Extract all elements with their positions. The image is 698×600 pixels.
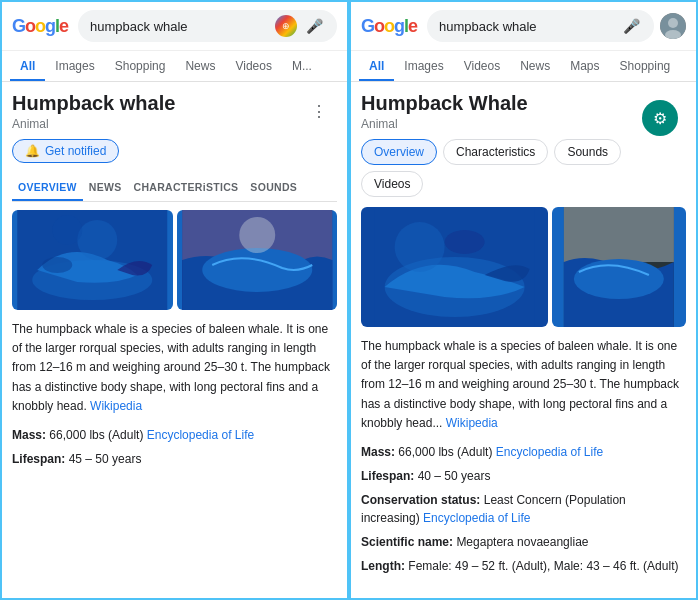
left-wiki-link[interactable]: Wikipedia — [90, 399, 142, 413]
right-search-input-wrap[interactable]: humpback whale 🎤 — [427, 10, 654, 42]
right-fact-lifespan-value: 40 – 50 years — [418, 469, 491, 483]
left-fact-lifespan: Lifespan: 45 – 50 years — [12, 450, 337, 468]
left-tab-shopping[interactable]: Shopping — [105, 51, 176, 81]
left-fact-lifespan-label: Lifespan: — [12, 452, 69, 466]
left-notify-button[interactable]: 🔔 Get notified — [12, 139, 119, 163]
left-tab-videos[interactable]: Videos — [225, 51, 281, 81]
right-fact-scientific: Scientific name: Megaptera novaeangliae — [361, 533, 686, 551]
google-logo-right: Google — [361, 16, 417, 37]
left-three-dots[interactable]: ⋮ — [311, 102, 327, 121]
right-search-bar: Google humpback whale 🎤 — [351, 2, 696, 51]
svg-point-2 — [42, 257, 72, 273]
right-tab-all[interactable]: All — [359, 51, 394, 81]
right-pill-sounds[interactable]: Sounds — [554, 139, 621, 165]
right-tab-maps[interactable]: Maps — [560, 51, 609, 81]
left-fact-mass-value: 66,000 lbs (Adult) — [49, 428, 146, 442]
left-images-row — [12, 210, 337, 310]
right-fact-mass-link[interactable]: Encyclopedia of Life — [496, 445, 603, 459]
left-tab-news[interactable]: News — [175, 51, 225, 81]
left-tab-all[interactable]: All — [10, 51, 45, 81]
left-content: Humpback whale Animal ⋮ 🔔 Get notified O… — [2, 82, 347, 598]
right-fact-lifespan: Lifespan: 40 – 50 years — [361, 467, 686, 485]
left-whale-image-2[interactable] — [177, 210, 338, 310]
right-fact-lifespan-label: Lifespan: — [361, 469, 418, 483]
right-fact-length-label: Length: — [361, 559, 408, 573]
right-kp-subtitle: Animal — [361, 117, 666, 131]
right-tab-videos[interactable]: Videos — [454, 51, 510, 81]
left-section-characteristics[interactable]: CHARACTERiSTICS — [128, 173, 245, 201]
right-fact-mass-value: 66,000 lbs (Adult) — [398, 445, 495, 459]
right-nav-tabs: All Images Videos News Maps Shopping — [351, 51, 696, 82]
left-nav-tabs: All Images Shopping News Videos M... — [2, 51, 347, 82]
svg-point-15 — [445, 230, 485, 254]
right-pill-overview[interactable]: Overview — [361, 139, 437, 165]
right-description: The humpback whale is a species of balee… — [361, 337, 686, 433]
left-search-bar: Google humpback whale ⊕ 🎤 — [2, 2, 347, 51]
right-fact-length-value: Female: 49 – 52 ft. (Adult), Male: 43 – … — [408, 559, 678, 573]
mic-icon-left[interactable]: 🎤 — [303, 15, 325, 37]
left-tab-images[interactable]: Images — [45, 51, 104, 81]
left-fact-mass: Mass: 66,000 lbs (Adult) Encyclopedia of… — [12, 426, 337, 444]
left-section-news[interactable]: NEWS — [83, 173, 128, 201]
left-whale-image-1[interactable] — [12, 210, 173, 310]
google-logo-left: Google — [12, 16, 68, 37]
left-tab-more[interactable]: M... — [282, 51, 322, 81]
right-kp: Humpback Whale Animal ⋮ ⚙ Overview Chara… — [361, 92, 686, 575]
notify-label: Get notified — [45, 144, 106, 158]
right-kp-title: Humpback Whale — [361, 92, 666, 115]
right-images-row — [361, 207, 686, 327]
svg-point-10 — [668, 18, 678, 28]
left-panel: Google humpback whale ⊕ 🎤 All Images Sho… — [0, 0, 349, 600]
left-section-tabs: OVERVIEW NEWS CHARACTERiSTICS SOUNDS — [12, 173, 337, 202]
left-kp-header: Humpback whale Animal ⋮ — [12, 92, 337, 131]
mic-icon-right[interactable]: 🎤 — [620, 15, 642, 37]
left-kp-subtitle: Animal — [12, 117, 317, 131]
left-kp: Humpback whale Animal ⋮ 🔔 Get notified O… — [12, 92, 337, 468]
svg-rect-17 — [564, 207, 674, 262]
right-fact-conservation-label: Conservation status: — [361, 493, 484, 507]
left-search-input-wrap[interactable]: humpback whale ⊕ 🎤 — [78, 10, 337, 42]
lens-icon-left[interactable]: ⊕ — [275, 15, 297, 37]
left-fact-mass-label: Mass: — [12, 428, 49, 442]
svg-point-4 — [52, 215, 82, 245]
right-desc-text: The humpback whale is a species of balee… — [361, 339, 679, 430]
right-wiki-link[interactable]: Wikipedia — [446, 416, 498, 430]
action-icon[interactable]: ⚙ — [642, 100, 678, 136]
right-fact-mass: Mass: 66,000 lbs (Adult) Encyclopedia of… — [361, 443, 686, 461]
right-fact-mass-label: Mass: — [361, 445, 398, 459]
right-tab-shopping[interactable]: Shopping — [610, 51, 681, 81]
left-section-overview[interactable]: OVERVIEW — [12, 173, 83, 201]
user-avatar[interactable] — [660, 13, 686, 39]
right-tab-news[interactable]: News — [510, 51, 560, 81]
svg-point-8 — [239, 217, 275, 253]
left-fact-mass-link[interactable]: Encyclopedia of Life — [147, 428, 254, 442]
right-search-query: humpback whale — [439, 19, 614, 34]
svg-point-3 — [77, 220, 117, 260]
right-pill-characteristics[interactable]: Characteristics — [443, 139, 548, 165]
left-kp-title: Humpback whale — [12, 92, 317, 115]
right-kp-header: Humpback Whale Animal ⋮ ⚙ — [361, 92, 686, 131]
left-section-sounds[interactable]: SOUNDS — [244, 173, 303, 201]
right-fact-scientific-label: Scientific name: — [361, 535, 456, 549]
right-tab-images[interactable]: Images — [394, 51, 453, 81]
right-fact-length: Length: Female: 49 – 52 ft. (Adult), Mal… — [361, 557, 686, 575]
right-pill-tabs: Overview Characteristics Sounds Videos — [361, 139, 686, 197]
svg-point-14 — [395, 222, 445, 272]
right-panel: Google humpback whale 🎤 All Images Video… — [349, 0, 698, 600]
right-pill-videos[interactable]: Videos — [361, 171, 423, 197]
left-desc-text: The humpback whale is a species of balee… — [12, 322, 330, 413]
left-fact-lifespan-value: 45 – 50 years — [69, 452, 142, 466]
right-content: Humpback Whale Animal ⋮ ⚙ Overview Chara… — [351, 82, 696, 598]
left-search-query: humpback whale — [90, 19, 269, 34]
right-fact-scientific-value: Megaptera novaeangliae — [456, 535, 588, 549]
left-description: The humpback whale is a species of balee… — [12, 320, 337, 416]
bell-icon: 🔔 — [25, 144, 40, 158]
right-fact-conservation-link[interactable]: Encyclopedia of Life — [423, 511, 530, 525]
right-fact-conservation: Conservation status: Least Concern (Popu… — [361, 491, 686, 527]
right-whale-image-2[interactable] — [552, 207, 686, 327]
right-whale-image-1[interactable] — [361, 207, 548, 327]
